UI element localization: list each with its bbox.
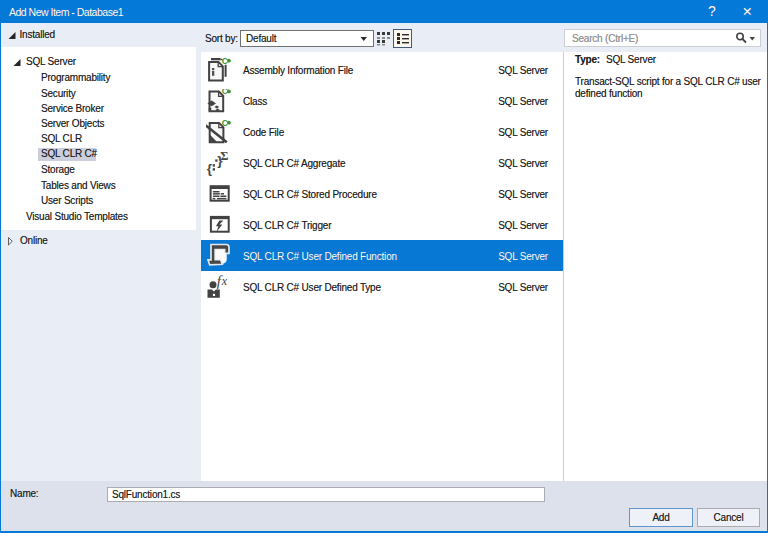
svg-text:C: C [222, 120, 228, 128]
svg-text:C: C [222, 58, 228, 66]
svg-text:Σ: Σ [220, 151, 228, 163]
svg-text:{: { [207, 161, 212, 176]
svg-text:C: C [222, 89, 228, 96]
svg-text:x: x [221, 274, 228, 288]
